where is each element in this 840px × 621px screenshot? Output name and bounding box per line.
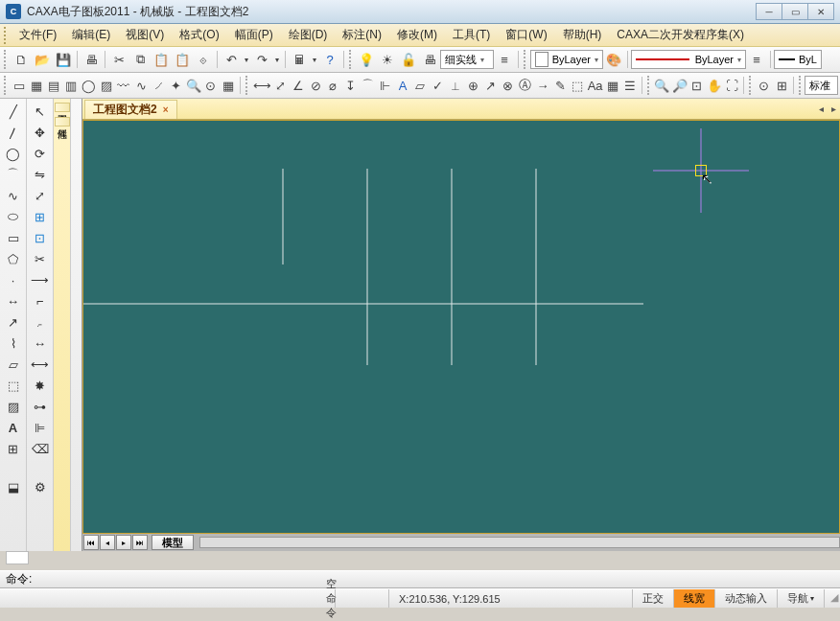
dim-arc-icon[interactable]: ⌒ (360, 75, 377, 96)
boundary-icon[interactable]: ⬚ (3, 377, 24, 394)
doc tab-close-icon[interactable]: × (163, 104, 169, 115)
erase-icon[interactable]: ⌫ (30, 440, 51, 457)
hscroll-track[interactable] (199, 537, 840, 548)
view-label-icon[interactable]: Ⓐ (517, 75, 534, 96)
lengthen-icon[interactable]: ⟷ (30, 356, 51, 373)
toolbar2-grip-4[interactable] (749, 76, 753, 95)
maximize-button[interactable]: ▭ (782, 3, 808, 20)
roughness-icon[interactable]: ✓ (430, 75, 447, 96)
magnify-icon[interactable]: 🔍 (185, 75, 202, 96)
array-icon[interactable]: ⊞ (30, 208, 51, 225)
text-icon[interactable]: A (3, 419, 24, 436)
dim-aligned-icon[interactable]: ⤢ (272, 75, 290, 96)
lock-icon[interactable]: 🔓 (398, 49, 419, 70)
menu-tools[interactable]: 工具(T) (445, 25, 498, 45)
menu-page[interactable]: 幅面(P) (227, 25, 281, 45)
explode-icon[interactable]: ✸ (30, 377, 51, 394)
hatch-icon[interactable]: ▨ (98, 75, 115, 96)
menu-sdk[interactable]: CAXA二次开发程序集(X) (609, 25, 752, 45)
dim-table-icon[interactable]: ▦ (604, 75, 621, 96)
dim-radius-icon[interactable]: ⊘ (307, 75, 324, 96)
offset-icon[interactable]: ⊡ (30, 229, 51, 246)
stretch-icon[interactable]: ↔ (30, 334, 51, 352)
circle-icon[interactable]: ◯ (3, 145, 24, 162)
table-icon[interactable]: ▦ (220, 75, 237, 96)
save-icon[interactable]: 💾 (53, 49, 74, 70)
ellipse-icon[interactable]: ⬭ (3, 208, 24, 225)
detail-icon[interactable]: ⊙ (202, 75, 220, 96)
override-icon[interactable]: ⬚ (569, 75, 586, 96)
paste-icon[interactable]: 📋 (151, 49, 172, 70)
style-icon[interactable]: Aa (586, 75, 603, 96)
tab-prev-icon[interactable]: ◂ (815, 104, 828, 114)
symbol1-icon[interactable]: ⟋ (150, 75, 167, 96)
hatch2-icon[interactable]: ▨ (3, 398, 24, 415)
resize-grip-icon[interactable]: ◢ (825, 591, 840, 606)
balloon-icon[interactable]: ◯ (80, 75, 97, 96)
menu-format[interactable]: 格式(O) (172, 25, 226, 45)
symbol2-icon[interactable]: ✦ (167, 75, 184, 96)
tol-datum-icon[interactable]: ▱ (411, 75, 429, 96)
toolbar-grip-2[interactable] (349, 50, 354, 69)
first-layout-icon[interactable]: ⏮ (83, 535, 99, 550)
menu-help[interactable]: 帮助(H) (555, 25, 610, 45)
mirror-icon[interactable]: ⇋ (30, 166, 51, 183)
freeze-icon[interactable]: ☀ (377, 49, 398, 70)
menu-window[interactable]: 窗口(W) (498, 25, 554, 45)
open-icon[interactable]: 📂 (32, 49, 53, 70)
zoom-out-icon[interactable]: 🔎 (671, 75, 688, 96)
wave-icon[interactable]: 〰 (115, 75, 132, 96)
layer-print-icon[interactable]: 🖶 (419, 49, 440, 70)
pline-icon[interactable]: 〳 (3, 124, 24, 141)
ray-icon[interactable]: ↗ (3, 313, 24, 331)
side-tab-1[interactable]: 图库 (55, 103, 70, 112)
menu-dim[interactable]: 标注(N) (335, 25, 389, 45)
dim-list-icon[interactable]: ☰ (621, 75, 639, 96)
calc-drop-icon[interactable]: ▾ (310, 49, 319, 70)
status-ortho[interactable]: 正交 (633, 589, 674, 608)
section-icon[interactable]: ⊗ (499, 75, 516, 96)
dim-ord-icon[interactable]: ↧ (341, 75, 359, 96)
move-icon[interactable]: ✥ (30, 124, 51, 141)
linetype-manager-icon[interactable]: ≡ (746, 49, 767, 70)
zoom-extents-icon[interactable]: ⛶ (723, 75, 740, 96)
redo-drop-icon[interactable]: ▾ (272, 49, 282, 70)
undo-drop-icon[interactable]: ▾ (242, 49, 251, 70)
edit-dim-icon[interactable]: ✎ (551, 75, 569, 96)
drawing-canvas[interactable]: ↖ (82, 120, 840, 534)
dim-linear-icon[interactable]: ⟷ (252, 75, 272, 96)
block-icon[interactable]: ⊞ (3, 440, 24, 457)
print-icon[interactable]: 🖶 (81, 49, 102, 70)
status-dynamic[interactable]: 动态输入 (715, 589, 778, 608)
point-icon[interactable]: · (3, 271, 24, 288)
menu-modify[interactable]: 修改(M) (389, 25, 445, 45)
center-icon[interactable]: ⊕ (464, 75, 481, 96)
dim-angular-icon[interactable]: ∠ (290, 75, 307, 96)
dim-baseline-icon[interactable]: ⊩ (377, 75, 394, 96)
snap-icon[interactable]: ⊞ (773, 75, 790, 96)
titleblock-icon[interactable]: ▦ (28, 75, 45, 96)
weld-icon[interactable]: ⟂ (447, 75, 464, 96)
join-icon[interactable]: ⊶ (30, 398, 51, 415)
menu-grip[interactable] (4, 27, 10, 44)
minimize-button[interactable]: ─ (756, 3, 782, 20)
toolbar-grip-3[interactable] (524, 50, 528, 69)
spline-icon[interactable]: ∿ (3, 187, 24, 204)
undo-icon[interactable]: ↶ (221, 49, 242, 70)
linetype-select[interactable]: 细实线▾ (440, 50, 494, 69)
active-doc-tab[interactable]: 工程图文档2 × (84, 100, 177, 119)
toolbar-grip[interactable] (4, 50, 9, 69)
zoom-window-icon[interactable]: ⊡ (688, 75, 706, 96)
close-button[interactable]: ✕ (807, 3, 834, 20)
break-icon[interactable]: ⌇ (3, 334, 24, 352)
menu-draw[interactable]: 绘图(D) (281, 25, 336, 45)
layer-select[interactable]: ByLayer▾ (530, 50, 603, 69)
sine-icon[interactable]: ∿ (132, 75, 150, 96)
help-icon[interactable]: ? (319, 49, 340, 70)
dim-diameter-icon[interactable]: ⌀ (324, 75, 341, 96)
osnap-icon[interactable]: ⊙ (756, 75, 773, 96)
command-line[interactable]: 命令: (0, 570, 840, 588)
cmd-mini-box[interactable] (6, 551, 29, 564)
line-icon[interactable]: ╱ (3, 103, 24, 120)
trim-icon[interactable]: ✂ (30, 250, 51, 267)
